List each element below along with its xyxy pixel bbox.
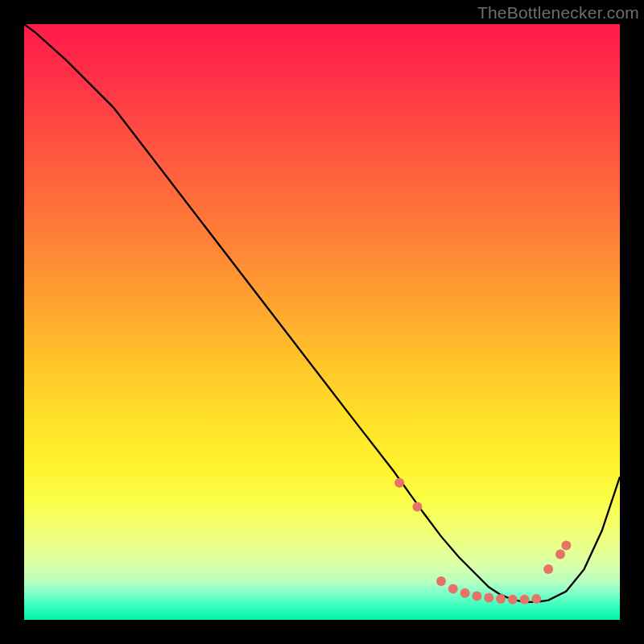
- highlight-dot: [394, 478, 404, 488]
- watermark-wrap: TheBottlenecker.com: [477, 3, 639, 23]
- highlight-dot: [484, 593, 493, 603]
- plot-area: [24, 24, 620, 620]
- highlight-dot: [472, 591, 481, 601]
- watermark-text: TheBottlenecker.com: [477, 3, 639, 22]
- highlight-dot: [448, 584, 458, 594]
- highlight-dot: [508, 595, 518, 605]
- highlight-dot: [436, 576, 446, 586]
- highlight-dot: [531, 594, 541, 604]
- highlight-dot: [555, 550, 565, 559]
- highlight-dot: [561, 541, 571, 551]
- chart-frame: TheBottlenecker.com: [0, 0, 644, 644]
- highlight-dot: [460, 588, 470, 598]
- highlight-dots: [394, 478, 571, 605]
- highlight-dot: [496, 594, 506, 604]
- highlight-dot: [520, 595, 530, 605]
- curve-layer: [24, 24, 620, 620]
- bottleneck-curve: [24, 24, 620, 602]
- highlight-dot: [412, 502, 422, 511]
- highlight-dot: [543, 564, 553, 574]
